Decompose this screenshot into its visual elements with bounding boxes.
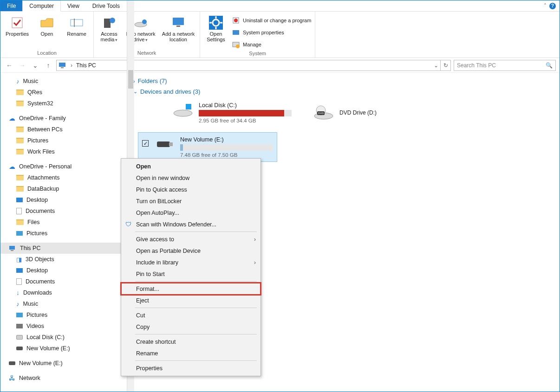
nav-files[interactable]: Files — [0, 217, 127, 228]
ctx-properties[interactable]: Properties — [121, 362, 260, 374]
ribbon-group-network: Access media Map network drive Add a net… — [94, 12, 200, 58]
ctx-copy[interactable]: Copy — [121, 321, 260, 333]
ribbon-group-system: Open Settings Uninstall or change a prog… — [200, 12, 315, 58]
address-bar[interactable]: This PC ⌄ — [56, 60, 441, 71]
ctx-defender-scan[interactable]: 🛡Scan with Windows Defender... — [121, 218, 260, 230]
nav-recent-button[interactable]: ⌄ — [30, 62, 40, 69]
nav-music-2[interactable]: ♪Music — [0, 298, 127, 309]
nav-music[interactable]: ♪Music — [0, 76, 127, 87]
drive-free-text: 2.95 GB free of 34.4 GB — [199, 118, 292, 123]
nav-forward-button[interactable]: → — [17, 62, 27, 69]
drive-dvd-d[interactable]: DVD DVD Drive (D:) — [310, 98, 449, 128]
nav-new-volume-2[interactable]: New Volume (E:) — [0, 358, 127, 369]
nav-work-files[interactable]: Work Files — [0, 146, 127, 157]
nav-onedrive-family[interactable]: ☁OneDrive - Family — [0, 113, 127, 124]
thispc-icon — [9, 245, 16, 251]
pictures-icon — [16, 313, 23, 317]
nav-new-volume-1[interactable]: New Volume (E:) — [0, 343, 127, 354]
submenu-arrow-icon: › — [254, 259, 256, 266]
nav-documents-1[interactable]: Documents — [0, 206, 127, 217]
navigation-pane[interactable]: ♪Music QRes System32 ☁OneDrive - Family … — [0, 73, 127, 392]
nav-between-pcs[interactable]: Between PCs — [0, 124, 127, 135]
nav-onedrive-personal[interactable]: ☁OneDrive - Personal — [0, 161, 127, 172]
nav-attachments[interactable]: Attachments — [0, 172, 127, 183]
nav-pictures-2[interactable]: Pictures — [0, 228, 127, 239]
nav-desktop-2[interactable]: Desktop — [0, 265, 127, 276]
nav-3d-objects[interactable]: ◨3D Objects — [0, 254, 127, 265]
svg-point-24 — [174, 110, 192, 116]
ctx-give-access[interactable]: Give access to› — [121, 233, 260, 245]
drive-new-volume-e[interactable]: ✓ New Volume (E:) 7.48 GB free of 7.50 G… — [138, 132, 277, 162]
address-dropdown-icon[interactable]: ⌄ — [434, 62, 438, 69]
rename-button[interactable]: Rename — [64, 13, 90, 37]
svg-rect-7 — [173, 18, 184, 25]
minimize-ribbon-icon[interactable]: ˄ — [544, 3, 547, 9]
nav-documents-2[interactable]: Documents — [0, 276, 127, 287]
open-settings-button[interactable]: Open Settings — [204, 13, 228, 42]
ctx-open-new-window[interactable]: Open in new window — [121, 172, 260, 184]
tab-drive-tools[interactable]: Drive Tools — [86, 0, 126, 11]
drive-local-disk-c[interactable]: Local Disk (C:) 2.95 GB free of 34.4 GB — [156, 98, 296, 128]
tab-view[interactable]: View — [61, 0, 86, 11]
open-button[interactable]: Open — [34, 13, 60, 37]
ctx-portable-device[interactable]: Open as Portable Device — [121, 245, 260, 257]
svg-rect-8 — [176, 26, 180, 27]
checkmark-icon — [10, 15, 25, 30]
section-devices-drives[interactable]: ⌄Devices and drives (3) — [133, 86, 560, 97]
nav-desktop-1[interactable]: Desktop — [0, 194, 127, 206]
ctx-eject[interactable]: Eject — [121, 295, 260, 306]
folder-icon — [16, 219, 24, 225]
section-folders[interactable]: ›Folders (7) — [133, 76, 560, 86]
ctx-bitlocker[interactable]: Turn on BitLocker — [121, 195, 260, 207]
monitor-icon — [171, 15, 186, 30]
breadcrumb-thispc[interactable]: This PC — [76, 62, 96, 69]
ctx-include-library[interactable]: Include in library› — [121, 257, 260, 268]
nav-thispc[interactable]: This PC — [0, 243, 127, 254]
nav-network[interactable]: 🖧Network — [0, 373, 127, 384]
nav-back-button[interactable]: ← — [4, 62, 14, 69]
svg-rect-30 — [157, 141, 170, 147]
system-properties-button[interactable]: System properties — [232, 27, 311, 38]
ctx-pin-quick-access[interactable]: Pin to Quick access — [121, 184, 260, 195]
navigation-bar: ← → ⌄ ↑ This PC ⌄ ↻ Search This PC 🔍 — [0, 58, 560, 73]
ctx-create-shortcut[interactable]: Create shortcut — [121, 336, 260, 347]
svg-point-6 — [142, 19, 147, 24]
ctx-pin-start[interactable]: Pin to Start — [121, 268, 260, 280]
svg-rect-21 — [61, 67, 64, 68]
refresh-button[interactable]: ↻ — [441, 60, 451, 71]
nav-system32[interactable]: System32 — [0, 98, 127, 109]
ribbon-group-location: Properties Open Rename Location — [0, 12, 94, 58]
nav-up-button[interactable]: ↑ — [43, 62, 53, 69]
settings-gear-icon — [208, 15, 223, 30]
nav-local-disk-c[interactable]: Local Disk (C:) — [0, 332, 127, 343]
checkbox-icon[interactable]: ✓ — [142, 140, 149, 147]
nav-pictures-1[interactable]: Pictures — [0, 135, 127, 146]
folder-open-icon — [39, 15, 54, 30]
folder-icon — [16, 138, 24, 143]
nav-databackup[interactable]: DataBackup — [0, 183, 127, 194]
uninstall-program-button[interactable]: Uninstall or change a program — [232, 15, 311, 26]
ctx-cut[interactable]: Cut — [121, 309, 260, 321]
svg-point-19 — [236, 45, 240, 48]
ctx-autoplay[interactable]: Open AutoPlay... — [121, 207, 260, 218]
svg-rect-1 — [71, 19, 83, 26]
ctx-open[interactable]: Open — [121, 161, 260, 172]
tab-computer[interactable]: Computer — [22, 0, 61, 12]
properties-button[interactable]: Properties — [4, 13, 30, 37]
search-box[interactable]: Search This PC 🔍 — [454, 60, 556, 71]
drive-free-text: 7.48 GB free of 7.50 GB — [180, 152, 273, 158]
ctx-rename[interactable]: Rename — [121, 347, 260, 359]
nav-downloads[interactable]: ↓Downloads — [0, 287, 127, 298]
nav-pictures-3[interactable]: Pictures — [0, 309, 127, 321]
ctx-format[interactable]: Format... — [121, 283, 260, 295]
access-media-button[interactable]: Access media — [98, 13, 121, 42]
manage-button[interactable]: Manage — [232, 39, 311, 50]
cube-icon: ◨ — [16, 256, 22, 263]
nav-videos[interactable]: Videos — [0, 321, 127, 332]
nav-qres[interactable]: QRes — [0, 87, 127, 98]
help-icon[interactable]: ? — [549, 3, 556, 9]
tab-file[interactable]: File — [0, 0, 22, 11]
add-network-location-button[interactable]: Add a network location — [161, 13, 196, 42]
folder-icon — [16, 90, 24, 95]
svg-rect-3 — [104, 19, 111, 28]
